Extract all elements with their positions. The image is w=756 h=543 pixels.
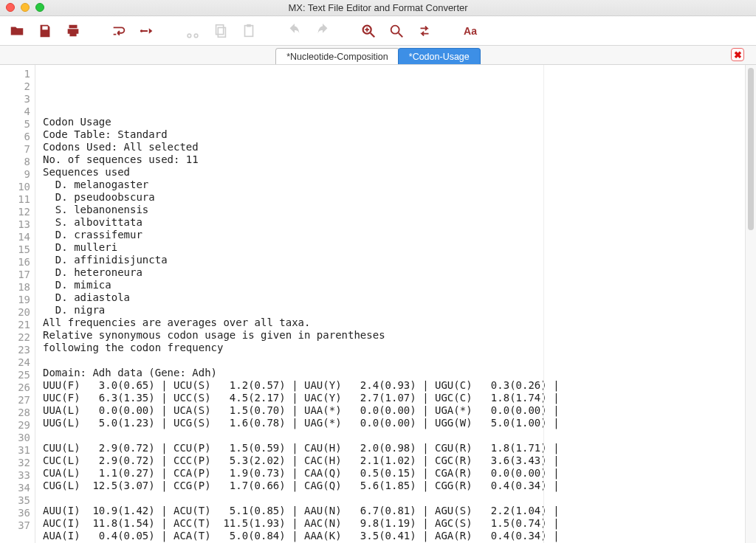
line-number: 21 bbox=[0, 319, 30, 331]
line-number: 24 bbox=[0, 356, 30, 369]
code-line: D. nigra bbox=[43, 304, 738, 317]
code-line: CUU(L) 2.9(0.72) | CCU(P) 1.5(0.59) | CA… bbox=[43, 442, 738, 454]
font-icon[interactable]: Aa bbox=[462, 23, 478, 39]
copy-icon bbox=[213, 23, 229, 39]
svg-rect-3 bbox=[216, 24, 224, 34]
svg-point-11 bbox=[391, 25, 399, 33]
code-line: AUA(I) 0.4(0.05) | ACA(T) 5.0(0.84) | AA… bbox=[43, 530, 738, 542]
wrap-icon[interactable] bbox=[111, 23, 127, 39]
code-line: S. lebanonensis bbox=[43, 204, 738, 216]
code-line: D. pseudoobscura bbox=[43, 191, 738, 204]
code-line: D. affinidisjuncta bbox=[43, 254, 738, 266]
code-line: AUU(I) 10.9(1.42) | ACU(T) 5.1(0.85) | A… bbox=[43, 505, 738, 517]
code-line: D. mulleri bbox=[43, 241, 738, 254]
code-line: Codons Used: All selected bbox=[43, 141, 738, 153]
code-line: D. melanogaster bbox=[43, 179, 738, 191]
line-number: 31 bbox=[0, 444, 30, 457]
line-gutter: 1234567891011121314151617181920212223242… bbox=[0, 65, 35, 543]
line-number: 26 bbox=[0, 381, 30, 394]
zoom-in-icon[interactable] bbox=[360, 23, 377, 39]
code-line: D. adiastola bbox=[43, 291, 738, 304]
line-number: 6 bbox=[0, 131, 30, 143]
tab-nucleotide-composition[interactable]: *Nucleotide-Composition bbox=[275, 48, 399, 64]
handle-icon[interactable] bbox=[139, 23, 155, 39]
code-line: Relative synonymous codon usage is given… bbox=[43, 329, 738, 342]
print-icon[interactable] bbox=[65, 23, 81, 39]
code-line: CUG(L) 12.5(3.07) | CCG(P) 1.7(0.66) | C… bbox=[43, 480, 738, 492]
svg-point-2 bbox=[194, 34, 198, 38]
line-number: 16 bbox=[0, 256, 30, 269]
save-icon[interactable] bbox=[37, 23, 53, 39]
tab-codon-usage[interactable]: *Codon-Usage bbox=[398, 48, 481, 64]
code-line: CUA(L) 1.1(0.27) | CCA(P) 1.9(0.73) | CA… bbox=[43, 467, 738, 480]
line-number: 19 bbox=[0, 294, 30, 306]
line-number: 14 bbox=[0, 231, 30, 243]
line-number: 35 bbox=[0, 494, 30, 507]
convert-icon[interactable] bbox=[416, 23, 433, 39]
line-number: 10 bbox=[0, 181, 30, 193]
toolbar: Aa bbox=[0, 16, 756, 46]
redo-icon bbox=[315, 23, 331, 39]
svg-point-0 bbox=[140, 30, 143, 32]
line-number: 4 bbox=[0, 106, 30, 118]
zoom-out-icon[interactable] bbox=[388, 23, 405, 39]
tab-label: *Codon-Usage bbox=[409, 52, 470, 62]
close-tab-button[interactable]: ✖ bbox=[731, 48, 744, 61]
code-line: Domain: Adh data (Gene: Adh) bbox=[43, 367, 738, 379]
tabbar: *Nucleotide-Composition *Codon-Usage ✖ bbox=[0, 46, 756, 65]
line-number: 17 bbox=[0, 269, 30, 281]
line-number: 30 bbox=[0, 432, 30, 444]
line-number: 33 bbox=[0, 469, 30, 482]
paste-icon bbox=[241, 23, 257, 39]
close-icon: ✖ bbox=[734, 50, 742, 60]
code-line: AUC(I) 11.8(1.54) | ACC(T) 11.5(1.93) | … bbox=[43, 517, 738, 530]
code-line: D. crassifemur bbox=[43, 229, 738, 241]
undo-icon bbox=[286, 23, 303, 39]
line-number: 3 bbox=[0, 93, 30, 106]
minimize-window-icon[interactable] bbox=[21, 3, 30, 12]
code-line bbox=[43, 492, 738, 505]
svg-rect-6 bbox=[247, 24, 251, 27]
tab-label: *Nucleotide-Composition bbox=[286, 52, 388, 62]
code-line: Codon Usage bbox=[43, 116, 738, 128]
font-label: Aa bbox=[464, 25, 477, 37]
window-controls bbox=[6, 3, 44, 12]
svg-line-8 bbox=[371, 32, 375, 37]
vertical-scrollbar[interactable] bbox=[745, 65, 756, 543]
code-line bbox=[43, 354, 738, 367]
code-line: No. of sequences used: 11 bbox=[43, 153, 738, 166]
line-number: 18 bbox=[0, 281, 30, 294]
line-number: 12 bbox=[0, 206, 30, 218]
titlebar: MX: Text File Editor and Format Converte… bbox=[0, 0, 756, 16]
code-area[interactable]: Codon UsageCode Table: StandardCodons Us… bbox=[35, 65, 745, 543]
line-number: 7 bbox=[0, 143, 30, 156]
code-line: UUU(F) 3.0(0.65) | UCU(S) 1.2(0.57) | UA… bbox=[43, 379, 738, 392]
scrollbar-thumb[interactable] bbox=[748, 68, 754, 230]
line-number: 25 bbox=[0, 369, 30, 381]
code-line: CUC(L) 2.9(0.72) | CCC(P) 5.3(2.02) | CA… bbox=[43, 454, 738, 467]
line-number: 34 bbox=[0, 482, 30, 494]
right-margin-guide bbox=[543, 65, 544, 543]
line-number: 29 bbox=[0, 419, 30, 432]
code-line: Sequences used bbox=[43, 166, 738, 179]
open-icon[interactable] bbox=[9, 23, 25, 39]
code-line bbox=[43, 429, 738, 442]
line-number: 27 bbox=[0, 394, 30, 407]
line-number: 20 bbox=[0, 306, 30, 319]
line-number: 36 bbox=[0, 507, 30, 519]
editor: 1234567891011121314151617181920212223242… bbox=[0, 65, 756, 543]
code-line: S. albovittata bbox=[43, 216, 738, 229]
code-line: following the codon frequency bbox=[43, 342, 738, 354]
line-number: 13 bbox=[0, 218, 30, 231]
line-number: 8 bbox=[0, 156, 30, 168]
code-line: All frequencies are averages over all ta… bbox=[43, 317, 738, 329]
code-line: D. heteroneura bbox=[43, 266, 738, 279]
close-window-icon[interactable] bbox=[6, 3, 15, 12]
line-number: 2 bbox=[0, 80, 30, 93]
zoom-window-icon[interactable] bbox=[35, 3, 44, 12]
line-number: 28 bbox=[0, 407, 30, 419]
svg-line-12 bbox=[399, 32, 403, 37]
line-number: 15 bbox=[0, 243, 30, 256]
window-title: MX: Text File Editor and Format Converte… bbox=[288, 2, 467, 13]
svg-point-1 bbox=[188, 34, 191, 38]
